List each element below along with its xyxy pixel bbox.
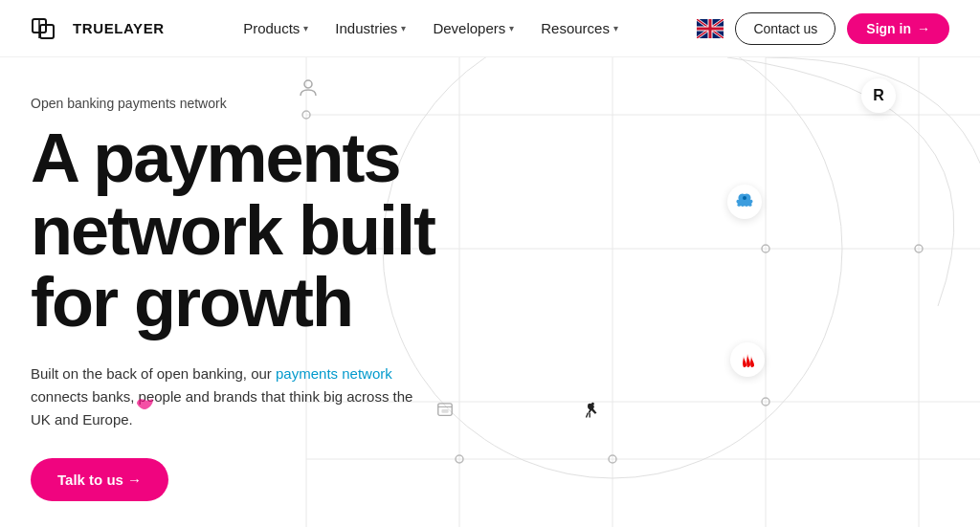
svg-point-16 <box>609 455 616 463</box>
small-icon <box>134 397 155 414</box>
industries-chevron-icon: ▾ <box>401 23 406 33</box>
hero-section: Open banking payments network A payments… <box>0 57 980 527</box>
santander-icon <box>730 342 765 377</box>
nav-resources[interactable]: Resources ▾ <box>529 12 630 44</box>
hero-title: A payments network built for growth <box>31 122 434 340</box>
navbar: TRUELAYER Products ▾ Industries ▾ Develo… <box>0 0 980 57</box>
flag-uk[interactable] <box>697 19 724 38</box>
payments-network-link[interactable]: payments network <box>276 365 392 382</box>
nav-links: Products ▾ Industries ▾ Developers ▾ Res… <box>165 12 698 44</box>
nav-industries[interactable]: Industries ▾ <box>323 12 417 44</box>
horse-icon <box>574 394 609 428</box>
person-icon <box>295 75 322 101</box>
svg-point-20 <box>304 80 312 88</box>
svg-rect-25 <box>438 404 452 416</box>
signin-arrow-icon: → <box>917 21 930 36</box>
svg-point-22 <box>591 403 594 406</box>
cta-button[interactable]: Talk to us → <box>31 458 168 501</box>
revolut-icon: R <box>861 78 896 113</box>
products-chevron-icon: ▾ <box>303 23 308 33</box>
hero-eyebrow: Open banking payments network <box>31 96 434 111</box>
svg-line-23 <box>587 413 589 418</box>
developers-chevron-icon: ▾ <box>509 23 514 33</box>
nav-products[interactable]: Products ▾ <box>232 12 320 44</box>
barclays-icon <box>727 185 762 219</box>
resources-chevron-icon: ▾ <box>613 23 618 33</box>
svg-point-17 <box>762 245 769 253</box>
signin-button[interactable]: Sign in → <box>847 13 949 44</box>
logo[interactable]: TRUELAYER <box>31 11 165 46</box>
svg-rect-27 <box>441 409 448 413</box>
hero-content: Open banking payments network A payments… <box>31 96 434 501</box>
svg-point-19 <box>915 245 923 253</box>
hero-description: Built on the back of open banking, our p… <box>31 362 433 431</box>
truelayer-logo-icon <box>31 11 65 46</box>
svg-point-21 <box>743 196 746 200</box>
nav-developers[interactable]: Developers ▾ <box>421 12 525 44</box>
svg-point-15 <box>456 455 463 463</box>
svg-point-18 <box>762 398 769 406</box>
device-icon <box>433 398 457 423</box>
logo-text: TRUELAYER <box>73 20 165 36</box>
contact-button[interactable]: Contact us <box>735 12 835 45</box>
nav-right: Contact us Sign in → <box>697 12 949 45</box>
